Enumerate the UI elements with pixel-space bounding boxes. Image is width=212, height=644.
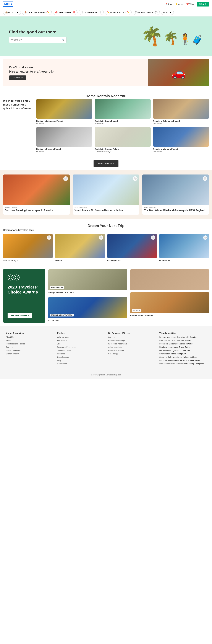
rental-card[interactable]: Rentals in Zakopane, Poland 40 rentals: [36, 99, 92, 124]
rental-name: Rentals in Poznan, Poland: [36, 148, 92, 150]
rental-card[interactable]: Rentals in Poznan, Poland 66 rentals: [36, 127, 92, 152]
list-item: Help Center: [57, 363, 104, 365]
logo[interactable]: MDB: [3, 2, 13, 7]
nav-write-review[interactable]: ✏️ WRITE A REVIEW ✏️: [105, 10, 132, 15]
featured-card[interactable]: EXPERIENCES Vintage Sidecar Tour, Paris: [48, 269, 127, 295]
palm-tree-icon-2: 🌴: [163, 31, 179, 45]
destination-card[interactable]: 🤍 Orlando, FL: [159, 234, 209, 262]
destination-save-button[interactable]: 🤍: [47, 236, 51, 240]
footer-link[interactable]: About Us: [6, 336, 13, 338]
bell-icon: 🔔: [175, 3, 178, 5]
rental-card[interactable]: Rentals in Zakopane, Poland 619 rentals: [153, 99, 209, 124]
article-card[interactable]: 🤍 From Tripadvisor Discover Amazing Land…: [3, 174, 70, 214]
footer-link[interactable]: Add a Place: [57, 340, 67, 342]
footer-link[interactable]: Viator: [188, 343, 194, 345]
nav-restaurants[interactable]: 🍴 RESTAURANTS 🍴: [79, 10, 104, 15]
rental-card[interactable]: Rentals in Warsaw, Poland 431 rentals: [153, 127, 209, 152]
rental-card[interactable]: Rentals in Krakow, Poland 110 rentals $5…: [95, 127, 151, 152]
footer-link[interactable]: Seat Guru: [183, 350, 191, 352]
footer-link[interactable]: Sponsored Placements: [108, 343, 127, 345]
footer-link[interactable]: Sponsored Placements: [57, 346, 76, 348]
nav-travel-forums[interactable]: 💬 TRAVEL FORUMS 💬: [133, 10, 160, 15]
destination-name: Orlando, FL: [159, 259, 209, 262]
nav-things-to-do[interactable]: 🎯 THINGS TO DO 🎯: [53, 10, 77, 15]
rentals-intro-text: We think you'd enjoy these homes for a q…: [3, 99, 33, 110]
dream-section: Dream Your Next Trip Destinations travel…: [0, 219, 212, 266]
list-item: Sponsored Placements: [108, 343, 155, 345]
article-card[interactable]: 🤍 From Tripadvisor The Best Winter Weeke…: [142, 174, 209, 214]
article-card[interactable]: 🤍 From Tripadvisor Your Ultimate Ski Sea…: [73, 174, 139, 214]
footer-link[interactable]: Join: [57, 343, 60, 345]
footer-link[interactable]: TheFork: [184, 340, 192, 342]
footer-business-title: Do Business With Us: [108, 332, 155, 334]
header: MDB 📍 Post 🔔 Alerts ❤️ Trips SIGN IN: [0, 0, 212, 8]
nav-vacation-rentals[interactable]: 🏠 VACATION RENTALS ✏️: [22, 10, 52, 15]
search-input[interactable]: [11, 38, 62, 41]
footer-link[interactable]: Investor Relations: [6, 350, 20, 352]
see-winners-button[interactable]: SEE THE WINNERS: [7, 313, 32, 318]
rental-count: 66 rentals: [36, 150, 92, 152]
footer-link[interactable]: Insurance: [57, 353, 65, 355]
destination-name: Mexico: [55, 259, 105, 262]
footer-link[interactable]: Blog: [57, 360, 61, 362]
alerts-link[interactable]: 🔔 Alerts: [175, 3, 183, 5]
promo-image: 🚗: [148, 59, 209, 86]
sign-in-button[interactable]: SIGN IN: [197, 2, 209, 6]
explore-button[interactable]: More to explore: [94, 160, 118, 167]
featured-cards-col1: EXPERIENCES Vintage Sidecar Tour, Paris …: [48, 269, 127, 323]
footer-link[interactable]: Content Integrity: [6, 353, 19, 355]
footer-link[interactable]: Business Advantage: [108, 340, 125, 342]
destination-card[interactable]: 🤍 New York City, NY: [3, 234, 53, 262]
article-save-button[interactable]: 🤍: [133, 176, 138, 181]
list-item: Careers: [6, 346, 53, 348]
articles-grid: 🤍 From Tripadvisor Discover Amazing Land…: [3, 174, 209, 214]
footer-link[interactable]: Holiday Lettings: [183, 356, 197, 358]
footer-link[interactable]: Reco Trip Designers: [186, 363, 204, 365]
list-item: Owners: [108, 336, 155, 338]
footer-link[interactable]: Resources and Policies: [6, 343, 25, 345]
list-item: Join: [57, 343, 104, 345]
footer-grid: About Tripadvisor About Us Press Resourc…: [6, 332, 206, 366]
destination-save-button[interactable]: 🤍: [99, 236, 103, 240]
article-save-button[interactable]: 🤍: [63, 176, 68, 181]
destination-save-button[interactable]: 🤍: [203, 236, 208, 240]
list-item: Book tours and attraction tickets on Via…: [159, 343, 206, 345]
nav-more[interactable]: MORE ▼: [161, 10, 174, 15]
footer-link[interactable]: Jetsetter: [190, 336, 197, 338]
footer-link[interactable]: Get The App: [108, 353, 118, 355]
footer-link[interactable]: GreenLeaders: [57, 356, 69, 358]
hero-text: Find the good out there. 🔍: [9, 30, 66, 43]
article-save-button[interactable]: 🤍: [203, 176, 207, 181]
search-icon[interactable]: 🔍: [62, 38, 64, 41]
nav-hotels[interactable]: 🏨 HOTELS ▲: [3, 10, 21, 15]
destination-save-button[interactable]: 🤍: [151, 236, 155, 240]
footer-link[interactable]: Press: [6, 340, 11, 342]
destination-card[interactable]: 🤍 Mexico: [55, 234, 105, 262]
footer-link[interactable]: Write a review: [57, 336, 69, 338]
featured-card[interactable]: [130, 269, 209, 290]
car-illustration: 🚗: [171, 66, 186, 80]
footer-link[interactable]: Advertise with Us: [108, 346, 122, 348]
trips-link[interactable]: ❤️ Trips: [186, 3, 194, 5]
rental-card[interactable]: Rentals in Sopot, Poland 520 rentals: [95, 99, 151, 124]
list-item: Business Advantage: [108, 340, 155, 342]
footer-link[interactable]: Travelers' Choice: [57, 350, 71, 352]
featured-card[interactable]: HOTELS Viroth's Hotel, Cambodia: [130, 292, 209, 318]
main-nav: 🏨 HOTELS ▲ 🏠 VACATION RENTALS ✏️ 🎯 THING…: [0, 8, 212, 16]
footer-link[interactable]: Careers: [6, 346, 12, 348]
rentals-title: Home Rentals Near You: [3, 94, 209, 98]
list-item: Search for holiday rentals on Holiday Le…: [159, 356, 206, 358]
svg-point-0: [8, 275, 13, 280]
footer-link[interactable]: Become an Affiliate: [108, 350, 124, 352]
footer-link[interactable]: Vacation Home Rentals: [180, 360, 200, 362]
featured-card[interactable]: TRENDING DESTINATIONS Kochi, India: [48, 297, 127, 323]
post-link[interactable]: 📍 Post: [165, 3, 172, 5]
footer-link[interactable]: Cruise Critic: [179, 346, 190, 348]
footer-link[interactable]: Owners: [108, 336, 115, 338]
footer-link[interactable]: Help Center: [57, 363, 67, 365]
learn-more-button[interactable]: LEARN MORE: [9, 76, 26, 80]
traveler-icon: 🧍: [179, 33, 192, 45]
list-item: Content Integrity: [6, 353, 53, 355]
footer-link[interactable]: FlipKey: [179, 353, 186, 355]
destination-card[interactable]: 🤍 Las Vegas, NV: [107, 234, 157, 262]
